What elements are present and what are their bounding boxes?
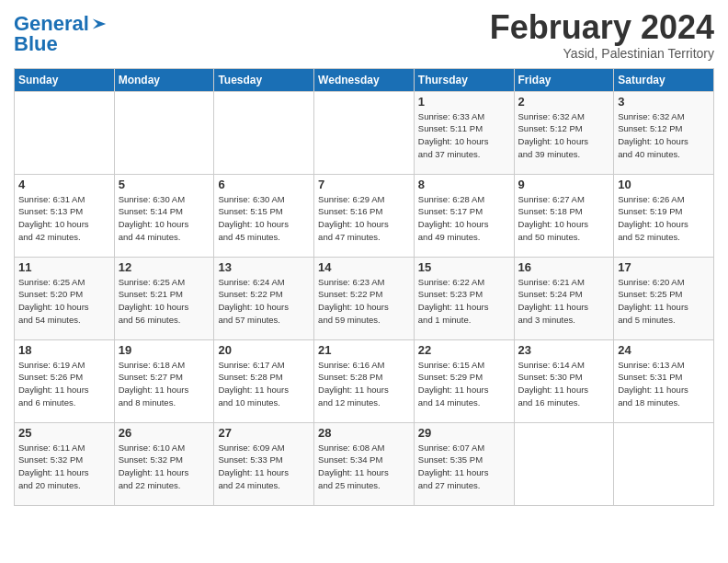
svg-marker-0 [93,19,106,29]
calendar-cell: 23Sunrise: 6:14 AMSunset: 5:30 PMDayligh… [514,339,614,422]
calendar-table: SundayMondayTuesdayWednesdayThursdayFrid… [14,68,714,506]
day-header-wednesday: Wednesday [314,68,415,91]
day-info: Sunrise: 6:31 AMSunset: 5:13 PMDaylight:… [18,193,110,244]
calendar-cell: 24Sunrise: 6:13 AMSunset: 5:31 PMDayligh… [614,339,714,422]
calendar-cell: 28Sunrise: 6:08 AMSunset: 5:34 PMDayligh… [314,422,415,505]
day-number: 23 [518,343,610,357]
day-info: Sunrise: 6:26 AMSunset: 5:19 PMDaylight:… [618,193,710,244]
calendar-week-3: 11Sunrise: 6:25 AMSunset: 5:20 PMDayligh… [15,257,714,339]
day-info: Sunrise: 6:13 AMSunset: 5:31 PMDaylight:… [618,359,710,409]
day-number: 25 [18,426,110,440]
day-header-sunday: Sunday [15,68,115,91]
day-header-monday: Monday [114,68,214,91]
day-number: 28 [318,426,410,440]
calendar-cell: 14Sunrise: 6:23 AMSunset: 5:22 PMDayligh… [314,257,415,339]
day-number: 20 [218,343,310,357]
calendar-cell: 13Sunrise: 6:24 AMSunset: 5:22 PMDayligh… [214,257,314,339]
day-info: Sunrise: 6:32 AMSunset: 5:12 PMDaylight:… [618,110,710,161]
day-number: 11 [18,260,110,274]
day-number: 19 [119,343,210,357]
day-info: Sunrise: 6:08 AMSunset: 5:34 PMDaylight:… [318,442,410,492]
logo-blue: Blue [14,34,108,54]
day-info: Sunrise: 6:14 AMSunset: 5:30 PMDaylight:… [518,359,610,409]
day-info: Sunrise: 6:28 AMSunset: 5:17 PMDaylight:… [418,193,510,244]
calendar-cell: 29Sunrise: 6:07 AMSunset: 5:35 PMDayligh… [414,422,514,505]
calendar-cell: 5Sunrise: 6:30 AMSunset: 5:14 PMDaylight… [114,174,214,257]
day-info: Sunrise: 6:17 AMSunset: 5:28 PMDaylight:… [218,359,310,409]
day-number: 9 [518,178,610,191]
day-number: 1 [418,95,510,109]
day-header-thursday: Thursday [414,68,514,91]
calendar-body: 1Sunrise: 6:33 AMSunset: 5:11 PMDaylight… [15,91,714,505]
day-info: Sunrise: 6:16 AMSunset: 5:28 PMDaylight:… [318,359,410,409]
day-number: 4 [18,178,110,191]
day-number: 5 [119,178,210,191]
logo-arrow-icon [91,16,108,32]
calendar-cell [214,91,314,174]
calendar-cell: 27Sunrise: 6:09 AMSunset: 5:33 PMDayligh… [214,422,314,505]
calendar-cell: 16Sunrise: 6:21 AMSunset: 5:24 PMDayligh… [514,257,614,339]
day-info: Sunrise: 6:15 AMSunset: 5:29 PMDaylight:… [418,359,510,409]
day-number: 10 [618,178,710,191]
day-info: Sunrise: 6:27 AMSunset: 5:18 PMDaylight:… [518,193,610,244]
calendar-week-4: 18Sunrise: 6:19 AMSunset: 5:26 PMDayligh… [15,339,714,422]
calendar-cell: 17Sunrise: 6:20 AMSunset: 5:25 PMDayligh… [614,257,714,339]
day-number: 26 [119,426,210,440]
calendar-cell: 3Sunrise: 6:32 AMSunset: 5:12 PMDaylight… [614,91,714,174]
day-info: Sunrise: 6:25 AMSunset: 5:21 PMDaylight:… [119,276,210,327]
day-number: 15 [418,260,510,274]
day-info: Sunrise: 6:11 AMSunset: 5:32 PMDaylight:… [18,442,110,492]
calendar-cell: 22Sunrise: 6:15 AMSunset: 5:29 PMDayligh… [414,339,514,422]
day-header-row: SundayMondayTuesdayWednesdayThursdayFrid… [15,68,714,91]
day-number: 18 [18,343,110,357]
calendar-cell: 25Sunrise: 6:11 AMSunset: 5:32 PMDayligh… [15,422,115,505]
day-info: Sunrise: 6:07 AMSunset: 5:35 PMDaylight:… [418,442,510,492]
calendar-cell: 21Sunrise: 6:16 AMSunset: 5:28 PMDayligh… [314,339,415,422]
calendar-cell: 1Sunrise: 6:33 AMSunset: 5:11 PMDaylight… [414,91,514,174]
day-info: Sunrise: 6:29 AMSunset: 5:16 PMDaylight:… [318,193,410,244]
calendar-week-5: 25Sunrise: 6:11 AMSunset: 5:32 PMDayligh… [15,422,714,505]
calendar-cell [614,422,714,505]
calendar-cell [15,91,115,174]
calendar-cell [514,422,614,505]
calendar-cell: 4Sunrise: 6:31 AMSunset: 5:13 PMDaylight… [15,174,115,257]
day-info: Sunrise: 6:19 AMSunset: 5:26 PMDaylight:… [18,359,110,409]
calendar-cell: 7Sunrise: 6:29 AMSunset: 5:16 PMDaylight… [314,174,415,257]
day-number: 3 [618,95,710,109]
day-info: Sunrise: 6:30 AMSunset: 5:15 PMDaylight:… [218,193,310,244]
calendar-cell: 15Sunrise: 6:22 AMSunset: 5:23 PMDayligh… [414,257,514,339]
day-info: Sunrise: 6:22 AMSunset: 5:23 PMDaylight:… [418,276,510,327]
day-info: Sunrise: 6:32 AMSunset: 5:12 PMDaylight:… [518,110,610,161]
calendar-cell: 19Sunrise: 6:18 AMSunset: 5:27 PMDayligh… [114,339,214,422]
day-number: 17 [618,260,710,274]
calendar-cell: 11Sunrise: 6:25 AMSunset: 5:20 PMDayligh… [15,257,115,339]
header: General Blue February 2024 Yasid, Palest… [14,9,714,61]
day-number: 13 [218,260,310,274]
day-info: Sunrise: 6:24 AMSunset: 5:22 PMDaylight:… [218,276,310,327]
calendar-cell: 20Sunrise: 6:17 AMSunset: 5:28 PMDayligh… [214,339,314,422]
day-header-friday: Friday [514,68,614,91]
day-header-saturday: Saturday [614,68,714,91]
calendar-week-2: 4Sunrise: 6:31 AMSunset: 5:13 PMDaylight… [15,174,714,257]
day-number: 29 [418,426,510,440]
day-info: Sunrise: 6:10 AMSunset: 5:32 PMDaylight:… [119,442,210,492]
day-info: Sunrise: 6:33 AMSunset: 5:11 PMDaylight:… [418,110,510,161]
calendar-cell: 6Sunrise: 6:30 AMSunset: 5:15 PMDaylight… [214,174,314,257]
day-info: Sunrise: 6:23 AMSunset: 5:22 PMDaylight:… [318,276,410,327]
calendar-cell: 9Sunrise: 6:27 AMSunset: 5:18 PMDaylight… [514,174,614,257]
day-number: 12 [119,260,210,274]
day-info: Sunrise: 6:18 AMSunset: 5:27 PMDaylight:… [119,359,210,409]
logo: General Blue [14,14,108,54]
day-number: 8 [418,178,510,191]
day-info: Sunrise: 6:25 AMSunset: 5:20 PMDaylight:… [18,276,110,327]
calendar-cell: 12Sunrise: 6:25 AMSunset: 5:21 PMDayligh… [114,257,214,339]
title-area: February 2024 Yasid, Palestinian Territo… [490,9,714,61]
day-info: Sunrise: 6:30 AMSunset: 5:14 PMDaylight:… [119,193,210,244]
day-number: 6 [218,178,310,191]
calendar-header: SundayMondayTuesdayWednesdayThursdayFrid… [15,68,714,91]
logo-general: General [14,14,89,34]
day-number: 22 [418,343,510,357]
day-number: 7 [318,178,410,191]
month-title: February 2024 [490,9,714,46]
calendar-cell: 10Sunrise: 6:26 AMSunset: 5:19 PMDayligh… [614,174,714,257]
